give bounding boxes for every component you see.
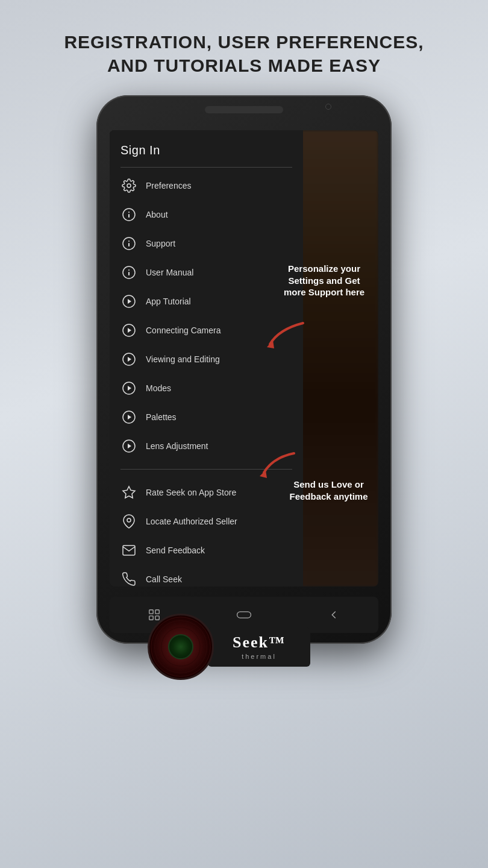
menu-item-app-tutorial[interactable]: App Tutorial (110, 287, 303, 316)
menu-item-preferences[interactable]: Preferences (110, 171, 303, 200)
seek-thermal-device: Seek™ thermal (148, 614, 340, 686)
phone-mockup: Sign In Preferences (96, 95, 392, 686)
gear-icon (120, 177, 137, 194)
svg-marker-22 (123, 486, 135, 498)
play-icon-palettes (120, 409, 137, 426)
play-icon-viewing (120, 351, 137, 368)
device-body: Seek™ thermal (208, 627, 310, 667)
phone-screen: Sign In Preferences (110, 130, 378, 587)
menu-item-locate-seller[interactable]: Locate Authorized Seller (110, 507, 303, 536)
svg-marker-19 (128, 415, 131, 420)
app-tutorial-label: App Tutorial (146, 297, 191, 306)
seek-logo-wrap: Seek™ thermal (233, 634, 286, 660)
menu-item-user-manual[interactable]: User Manual (110, 258, 303, 287)
svg-marker-13 (128, 328, 131, 333)
menu-item-send-feedback[interactable]: Send Feedback (110, 536, 303, 565)
mail-icon (120, 542, 137, 559)
menu-item-connecting-camera[interactable]: Connecting Camera (110, 316, 303, 345)
page-title: REGISTRATION, USER PREFERENCES, AND TUTO… (64, 30, 424, 77)
location-icon (120, 513, 137, 530)
menu-items-section1: Preferences About (110, 168, 303, 464)
info-icon-about (120, 206, 137, 223)
seek-device-body: Seek™ thermal (148, 614, 340, 680)
svg-marker-21 (128, 444, 131, 448)
about-label: About (146, 210, 168, 219)
svg-marker-17 (128, 386, 131, 391)
send-feedback-label: Send Feedback (146, 546, 205, 555)
menu-panel: Sign In Preferences (110, 130, 303, 587)
star-icon (120, 484, 137, 501)
menu-item-lens-adjustment[interactable]: Lens Adjustment (110, 432, 303, 461)
menu-item-modes[interactable]: Modes (110, 374, 303, 403)
lens-outer (148, 614, 214, 680)
modes-label: Modes (146, 383, 171, 393)
lens-adjustment-label: Lens Adjustment (146, 441, 208, 451)
locate-seller-label: Locate Authorized Seller (146, 517, 237, 526)
seek-thermal-sub: thermal (233, 653, 286, 660)
menu-item-rate-seek[interactable]: Rate Seek on App Store (110, 478, 303, 507)
lens-inner (168, 634, 193, 659)
phone-speaker (205, 106, 283, 113)
phone-icon (120, 571, 137, 587)
menu-item-about[interactable]: About (110, 200, 303, 229)
sign-in-section: Sign In (110, 130, 303, 167)
svg-marker-15 (128, 357, 131, 362)
menu-item-viewing-editing[interactable]: Viewing and Editing (110, 345, 303, 374)
lens-assembly (148, 614, 214, 680)
support-label: Support (146, 239, 175, 248)
menu-item-palettes[interactable]: Palettes (110, 403, 303, 432)
info-icon-manual (120, 264, 137, 281)
user-manual-label: User Manual (146, 268, 193, 277)
call-seek-label: Call Seek (146, 574, 182, 584)
svg-point-0 (127, 184, 131, 187)
viewing-editing-label: Viewing and Editing (146, 354, 220, 364)
svg-point-23 (127, 518, 131, 522)
menu-items-section2: Rate Seek on App Store Locate Authorized… (110, 474, 303, 587)
play-icon-modes (120, 380, 137, 397)
play-icon-lens (120, 438, 137, 454)
phone-shell: Sign In Preferences (96, 95, 392, 644)
seek-logo: Seek™ (233, 634, 286, 652)
connecting-camera-label: Connecting Camera (146, 326, 221, 335)
palettes-label: Palettes (146, 412, 177, 422)
phone-camera (325, 104, 331, 110)
section-divider (120, 469, 292, 470)
svg-marker-11 (128, 299, 131, 304)
menu-item-call-seek[interactable]: Call Seek (110, 565, 303, 587)
play-icon-camera (120, 322, 137, 339)
screen-content: Sign In Preferences (110, 130, 378, 587)
rate-seek-label: Rate Seek on App Store (146, 488, 236, 497)
play-icon-tutorial (120, 293, 137, 310)
sign-in-label[interactable]: Sign In (120, 143, 160, 157)
preferences-label: Preferences (146, 181, 191, 190)
info-icon-support (120, 235, 137, 252)
menu-item-support[interactable]: Support (110, 229, 303, 258)
